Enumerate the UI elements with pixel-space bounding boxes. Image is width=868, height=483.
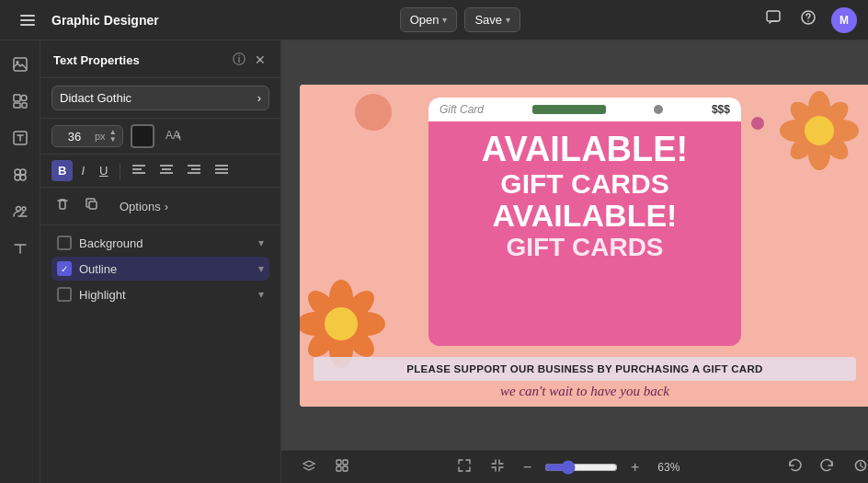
text-case-icon: AA [166, 129, 182, 142]
elements-icon [12, 167, 29, 183]
highlight-toggle-row[interactable]: Highlight ▾ [51, 282, 269, 306]
delete-button[interactable] [51, 193, 74, 219]
close-panel-button[interactable]: ✕ [253, 51, 268, 69]
svg-rect-52 [337, 466, 341, 471]
sidebar-users-button[interactable] [4, 195, 37, 228]
duplicate-button[interactable] [81, 193, 103, 219]
canvas-frame[interactable]: Gift Card $$$ AVAILABLE! GIFT CARDS AVAI… [300, 85, 868, 407]
font-selector[interactable]: Didact Gothic › [51, 86, 269, 110]
align-right-icon [188, 164, 200, 175]
background-toggle-row[interactable]: Background ▾ [51, 231, 269, 255]
outline-chevron-icon: ▾ [258, 262, 264, 275]
svg-point-39 [805, 116, 834, 145]
grid-button[interactable] [329, 455, 355, 478]
size-row: px ▲ ▼ AA [40, 119, 280, 155]
hamburger-button[interactable] [11, 4, 44, 37]
align-justify-button[interactable] [209, 160, 234, 181]
layers-button[interactable] [296, 455, 322, 478]
highlight-checkbox[interactable] [57, 287, 72, 302]
background-label: Background [79, 236, 143, 250]
svg-rect-0 [767, 11, 780, 21]
bottom-banner: PLEASE SUPPORT OUR BUSINESS BY PURCHASIN… [314, 357, 856, 399]
format-row: B I U [40, 155, 280, 188]
text-case-button[interactable]: AA [162, 127, 186, 146]
panel-title: Text Properties [53, 53, 140, 67]
size-input-wrap: px ▲ ▼ [51, 125, 123, 147]
gift-card: Gift Card $$$ AVAILABLE! GIFT CARDS AVAI… [428, 98, 741, 346]
layers-icon [302, 458, 316, 473]
canvas-content[interactable]: Gift Card $$$ AVAILABLE! GIFT CARDS AVAI… [281, 40, 868, 450]
svg-rect-8 [22, 103, 27, 108]
duplicate-icon [85, 197, 99, 212]
svg-point-15 [22, 207, 26, 211]
highlight-chevron-icon: ▾ [258, 288, 264, 301]
chat-button[interactable] [761, 6, 785, 34]
canvas-bg: Gift Card $$$ AVAILABLE! GIFT CARDS AVAI… [300, 85, 868, 407]
properties-panel: Text Properties ⓘ ✕ Didact Gothic › px ▲… [40, 40, 281, 483]
gift-card-barcode [532, 105, 606, 114]
save-button[interactable]: Save ▾ [464, 7, 520, 32]
undo-button[interactable] [782, 455, 807, 478]
bottom-toolbar-right [782, 455, 868, 478]
hamburger-icon [17, 11, 39, 29]
flower-bottom-left [300, 278, 387, 370]
image-icon [12, 56, 29, 73]
font-row: Didact Gothic › [40, 78, 280, 119]
svg-point-6 [21, 96, 27, 101]
redo-button[interactable] [815, 455, 840, 478]
format-separator [120, 163, 120, 179]
highlight-toggle-left: Highlight [57, 287, 126, 302]
bottom-main-text: PLEASE SUPPORT OUR BUSINESS BY PURCHASIN… [314, 357, 856, 381]
undo-icon [787, 458, 802, 473]
options-button[interactable]: Options › [114, 196, 174, 217]
bottom-toolbar-left [296, 455, 355, 478]
align-right-button[interactable] [181, 160, 207, 181]
sidebar-icons [0, 40, 40, 483]
color-swatch[interactable] [131, 124, 154, 148]
toggle-section: Background ▾ Outline ▾ Highlight ▾ [40, 225, 280, 312]
align-center-button[interactable] [154, 160, 179, 181]
help-icon [800, 9, 817, 26]
sidebar-type-button[interactable] [4, 232, 37, 265]
topbar-right: M [761, 6, 857, 34]
sidebar-image-button[interactable] [4, 48, 37, 81]
open-button[interactable]: Open ▾ [400, 7, 458, 32]
open-chevron-icon: ▾ [442, 15, 447, 25]
zoom-out-button[interactable]: − [518, 456, 537, 478]
expand-button[interactable] [451, 455, 477, 478]
font-chevron-icon: › [257, 91, 261, 105]
bold-button[interactable]: B [51, 160, 73, 181]
history-icon [853, 458, 868, 473]
underline-button[interactable]: U [93, 160, 114, 181]
sidebar-shapes-button[interactable] [4, 85, 37, 118]
svg-point-13 [20, 169, 26, 175]
background-toggle-left: Background [57, 236, 143, 250]
avatar[interactable]: M [831, 7, 857, 33]
outline-toggle-left: Outline [57, 261, 117, 276]
outline-toggle-row[interactable]: Outline ▾ [51, 257, 269, 281]
sidebar-text-button[interactable] [4, 121, 37, 155]
collapse-button[interactable] [485, 455, 510, 478]
background-checkbox[interactable] [57, 236, 72, 250]
delete-icon [55, 197, 70, 212]
help-button[interactable] [796, 6, 820, 34]
chat-icon [765, 9, 782, 26]
font-size-input[interactable] [58, 130, 91, 144]
italic-button[interactable]: I [74, 160, 91, 181]
zoom-level-display: 63% [652, 461, 685, 474]
align-left-button[interactable] [126, 160, 152, 181]
history-button[interactable] [848, 455, 868, 478]
panel-header: Text Properties ⓘ ✕ [40, 40, 280, 78]
gift-card-top-bar: Gift Card $$$ [428, 98, 741, 121]
size-decrement-button[interactable]: ▼ [109, 136, 117, 144]
gift-card-text-available: AVAILABLE! GIFT CARDS AVAILABLE! GIFT CA… [474, 121, 695, 271]
outline-checkbox[interactable] [57, 261, 72, 276]
topbar-center: Open ▾ Save ▾ [400, 7, 520, 32]
info-button[interactable]: ⓘ [231, 50, 247, 70]
sidebar-elements-button[interactable] [4, 158, 37, 191]
zoom-slider[interactable] [544, 460, 618, 475]
bottom-toolbar: − + 63% [281, 450, 868, 483]
app-title: Graphic Designer [51, 13, 159, 28]
shapes-icon [12, 93, 29, 109]
zoom-in-button[interactable]: + [625, 456, 645, 478]
